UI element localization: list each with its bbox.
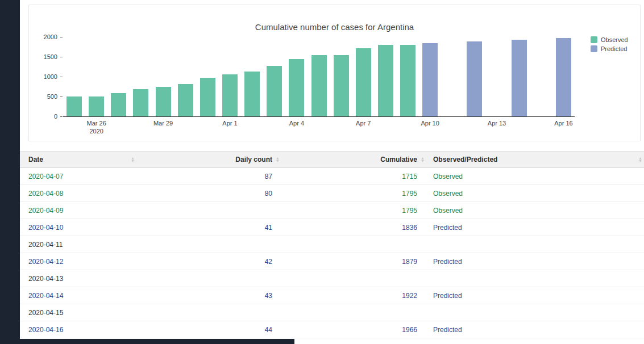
- table-row-2020-04-13: 2020-04-13: [20, 270, 644, 287]
- bar-observed-2020-03-30: [178, 84, 193, 116]
- column-header-observed-predicted[interactable]: Observed/Predicted▲▼: [426, 152, 644, 167]
- bar-observed-2020-04-03: [267, 66, 282, 116]
- column-header-label: Observed/Predicted: [433, 156, 497, 163]
- table-body: 2020-04-07871715Observed2020-04-08801795…: [20, 168, 644, 338]
- cell-daily-count: 42: [136, 258, 281, 266]
- bar-observed-2020-04-01: [222, 74, 238, 116]
- table-row-2020-04-14: 2020-04-14431922Predicted: [20, 287, 644, 304]
- x-axis-tick-label: Mar 262020: [87, 119, 106, 135]
- left-nav-rail: [0, 0, 20, 344]
- sort-icon[interactable]: ▲▼: [131, 157, 135, 162]
- legend-item-predicted[interactable]: Predicted: [591, 45, 628, 52]
- cell-daily-count: 44: [136, 326, 281, 334]
- bottom-dark-band: [20, 339, 294, 344]
- bar-predicted-2020-04-14: [512, 40, 527, 116]
- cell-date: 2020-04-12: [28, 258, 136, 266]
- table-row-2020-04-12: 2020-04-12421879Predicted: [20, 253, 644, 270]
- y-axis-tick-label: 1000: [29, 73, 57, 81]
- app-root: Cumulative number of cases for Argentina…: [0, 0, 644, 344]
- y-axis-tick-mark: [60, 97, 63, 97]
- bar-chart-plot: [63, 37, 575, 117]
- cell-observed-predicted: Observed: [426, 190, 644, 198]
- x-axis-tick-label: Apr 10: [421, 119, 439, 127]
- bar-observed-2020-04-02: [244, 72, 260, 116]
- sort-icon[interactable]: ▲▼: [421, 157, 425, 162]
- bar-predicted-2020-04-10: [422, 43, 438, 116]
- bar-predicted-2020-04-12: [467, 41, 482, 116]
- y-axis-tick-mark: [60, 116, 63, 117]
- cell-observed-predicted: Observed: [426, 173, 644, 181]
- sort-icon[interactable]: ▲▼: [638, 157, 642, 162]
- table-row-2020-04-11: 2020-04-11: [20, 236, 644, 253]
- bar-observed-2020-03-29: [156, 87, 171, 116]
- cell-observed-predicted: Observed: [426, 207, 644, 215]
- legend-label: Observed: [601, 36, 628, 43]
- x-axis-tick-label: Apr 13: [488, 119, 506, 127]
- cell-date: 2020-04-10: [28, 224, 136, 232]
- column-header-cumulative[interactable]: Cumulative▲▼: [281, 152, 426, 167]
- bar-predicted-2020-04-16: [556, 38, 571, 116]
- x-axis-tick-label: Apr 4: [289, 119, 304, 127]
- cell-daily-count: 87: [136, 173, 281, 181]
- legend-swatch-observed: [591, 36, 597, 43]
- bar-observed-2020-04-06: [334, 55, 349, 117]
- bar-observed-2020-03-27: [111, 93, 126, 116]
- legend-swatch-predicted: [591, 45, 597, 52]
- x-axis-tick-label: Mar 29: [153, 119, 173, 127]
- column-header-daily-count[interactable]: Daily count▲▼: [136, 152, 281, 167]
- cell-date: 2020-04-15: [28, 309, 136, 317]
- y-axis-tick-label: 0: [29, 112, 57, 120]
- cell-date: 2020-04-09: [28, 207, 136, 215]
- y-axis-tick-mark: [60, 37, 63, 37]
- bar-observed-2020-03-25: [67, 97, 82, 116]
- bar-observed-2020-03-26: [89, 97, 104, 116]
- y-axis-tick-label: 2000: [29, 33, 57, 41]
- legend-label: Predicted: [601, 45, 627, 52]
- bar-observed-2020-04-05: [311, 55, 327, 117]
- chart-card: Cumulative number of cases for Argentina…: [28, 5, 641, 141]
- x-axis-tick-label: Apr 7: [356, 119, 371, 127]
- y-axis-tick-label: 1500: [29, 53, 57, 61]
- cell-cumulative: 1966: [281, 326, 426, 334]
- x-axis-tick-label: Apr 16: [554, 119, 572, 127]
- sort-icon[interactable]: ▲▼: [276, 157, 280, 162]
- x-axis-tick-label: Apr 1: [222, 119, 237, 127]
- cell-cumulative: 1836: [281, 224, 426, 232]
- cell-date: 2020-04-13: [28, 275, 136, 283]
- table-header-row: Date▲▼Daily count▲▼Cumulative▲▼Observed/…: [20, 151, 644, 168]
- column-header-date[interactable]: Date▲▼: [28, 152, 136, 167]
- y-axis-tick-label: 500: [29, 93, 57, 100]
- data-table: Date▲▼Daily count▲▼Cumulative▲▼Observed/…: [20, 151, 644, 338]
- bar-observed-2020-04-04: [289, 59, 304, 117]
- cell-date: 2020-04-14: [28, 292, 136, 300]
- bar-observed-2020-03-28: [133, 89, 148, 116]
- cell-date: 2020-04-08: [28, 190, 136, 198]
- bar-observed-2020-04-08: [378, 45, 393, 116]
- table-row-2020-04-08: 2020-04-08801795Observed: [20, 185, 644, 202]
- cell-observed-predicted: Predicted: [426, 258, 644, 266]
- column-header-label: Cumulative: [380, 156, 417, 163]
- cell-date: 2020-04-16: [28, 326, 136, 334]
- cell-daily-count: 80: [136, 190, 281, 198]
- cell-observed-predicted: Predicted: [426, 326, 644, 334]
- chart-legend: ObservedPredicted: [591, 36, 628, 54]
- cell-date: 2020-04-11: [28, 241, 136, 249]
- cell-cumulative: 1715: [281, 173, 426, 181]
- cell-cumulative: 1795: [281, 207, 426, 215]
- cell-cumulative: 1922: [281, 292, 426, 300]
- cell-date: 2020-04-07: [28, 173, 136, 181]
- cell-observed-predicted: Predicted: [426, 292, 644, 300]
- table-row-2020-04-16: 2020-04-16441966Predicted: [20, 321, 644, 338]
- cell-cumulative: 1879: [281, 258, 426, 266]
- cell-daily-count: 43: [136, 292, 281, 300]
- table-row-2020-04-07: 2020-04-07871715Observed: [20, 168, 644, 185]
- main-content: Cumulative number of cases for Argentina…: [20, 0, 644, 344]
- cell-observed-predicted: Predicted: [426, 224, 644, 232]
- cell-cumulative: 1795: [281, 190, 426, 198]
- column-header-label: Date: [28, 156, 43, 163]
- chart-title: Cumulative number of cases for Argentina: [29, 22, 640, 32]
- column-header-label: Daily count: [235, 156, 272, 163]
- cell-daily-count: 41: [136, 224, 281, 232]
- y-axis-tick-mark: [60, 77, 63, 77]
- legend-item-observed[interactable]: Observed: [591, 36, 628, 43]
